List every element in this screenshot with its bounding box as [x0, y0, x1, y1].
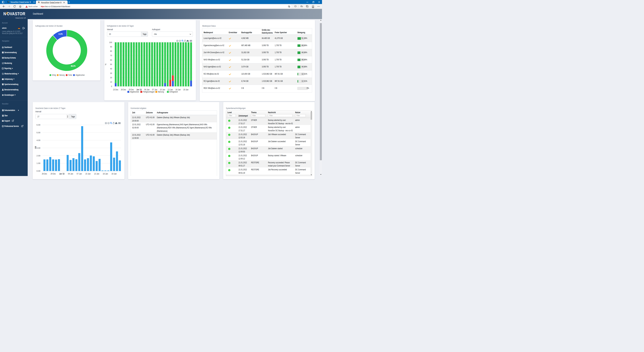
svg-text:Abgebrochen: Abgebrochen: [130, 91, 139, 93]
svg-text:3.00: 3.00: [36, 147, 40, 149]
svg-text:0.00: 0.00: [36, 170, 40, 172]
svg-text:10: 10: [110, 81, 112, 83]
svg-text:16 Jan: 16 Jan: [103, 173, 108, 175]
svg-text:19 Jan: 19 Jan: [112, 173, 117, 175]
svg-text:4.00: 4.00: [36, 139, 40, 141]
svg-text:Abgebrochen: Abgebrochen: [76, 74, 85, 76]
svg-text:Erfolg: Erfolg: [52, 74, 56, 76]
svg-text:29 Dec: 29 Dec: [129, 88, 134, 91]
svg-text:10 Jan: 10 Jan: [160, 88, 165, 91]
svg-text:10 Jan: 10 Jan: [85, 173, 91, 175]
svg-text:50: 50: [110, 63, 112, 65]
svg-text:04 Jan: 04 Jan: [144, 88, 150, 91]
svg-text:07 Jan: 07 Jan: [152, 88, 157, 91]
svg-text:13 Jan: 13 Jan: [168, 88, 173, 91]
svg-text:26 Dec: 26 Dec: [121, 88, 126, 91]
svg-text:70: 70: [110, 54, 112, 56]
svg-text:Fehlgeschlagen: Fehlgeschlagen: [143, 91, 155, 93]
svg-text:07 Jan: 07 Jan: [77, 173, 82, 175]
svg-text:1.00: 1.00: [36, 162, 40, 164]
svg-text:Jan '22: Jan '22: [59, 173, 64, 175]
svg-text:30: 30: [110, 72, 112, 74]
svg-text:23 Dec: 23 Dec: [113, 88, 118, 91]
svg-text:40: 40: [110, 68, 112, 70]
svg-text:5.00: 5.00: [36, 132, 40, 134]
svg-text:16 Jan: 16 Jan: [176, 88, 181, 91]
svg-text:Jan '22: Jan '22: [136, 88, 142, 91]
svg-text:19 Jan: 19 Jan: [183, 88, 188, 91]
svg-text:2.00: 2.00: [36, 155, 40, 157]
svg-text:6.00: 6.00: [36, 124, 40, 126]
svg-text:20: 20: [110, 77, 112, 79]
svg-text:26 Dec: 26 Dec: [42, 173, 47, 175]
svg-text:Erfolgreich: Erfolgreich: [170, 91, 178, 93]
svg-text:90: 90: [110, 46, 112, 48]
svg-text:Warnung: Warnung: [59, 74, 65, 76]
svg-text:88.2%: 88.2%: [71, 65, 76, 67]
svg-text:GB: GB: [35, 146, 37, 149]
svg-text:0: 0: [111, 85, 112, 87]
svg-text:80: 80: [110, 50, 112, 52]
svg-text:29 Dec: 29 Dec: [50, 173, 56, 175]
svg-text:100: 100: [109, 41, 112, 43]
svg-text:%: %: [105, 63, 107, 65]
svg-text:13 Jan: 13 Jan: [94, 173, 100, 175]
svg-text:Warnung: Warnung: [158, 91, 164, 93]
svg-text:Fehler: Fehler: [68, 74, 72, 76]
svg-text:04 Jan: 04 Jan: [68, 173, 73, 175]
svg-text:60: 60: [110, 59, 112, 61]
svg-text:11.8%: 11.8%: [58, 32, 63, 35]
